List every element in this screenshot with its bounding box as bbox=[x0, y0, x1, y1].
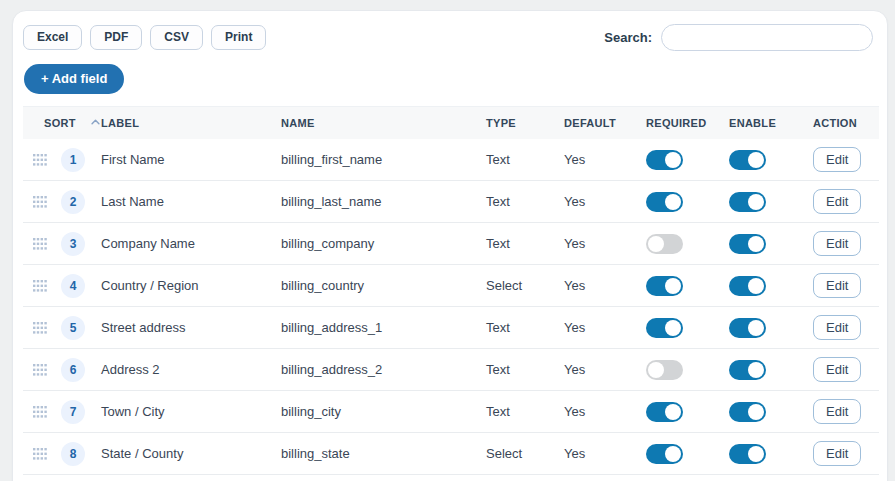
export-excel-button[interactable]: Excel bbox=[23, 25, 82, 50]
table-header-row: SORT LABEL NAME TYPE DEFAULT REQUIRED EN… bbox=[23, 106, 879, 139]
field-name: billing_city bbox=[281, 404, 486, 419]
required-toggle[interactable] bbox=[646, 234, 683, 254]
search-input[interactable] bbox=[661, 24, 873, 51]
sort-number: 7 bbox=[61, 400, 85, 424]
sort-number: 2 bbox=[61, 190, 85, 214]
column-header-required[interactable]: REQUIRED bbox=[646, 117, 729, 129]
toggle-knob bbox=[748, 194, 764, 210]
enable-toggle[interactable] bbox=[729, 150, 766, 170]
field-type: Select bbox=[486, 278, 564, 293]
table-row: 8 State / County billing_state Select Ye… bbox=[23, 433, 879, 475]
field-label: Street address bbox=[101, 320, 281, 335]
toggle-knob bbox=[665, 320, 681, 336]
toggle-knob bbox=[665, 152, 681, 168]
field-label: Last Name bbox=[101, 194, 281, 209]
edit-button[interactable]: Edit bbox=[813, 357, 861, 382]
enable-toggle[interactable] bbox=[729, 360, 766, 380]
toggle-knob bbox=[648, 236, 664, 252]
field-default: Yes bbox=[564, 194, 646, 209]
toggle-knob bbox=[665, 278, 681, 294]
enable-toggle[interactable] bbox=[729, 276, 766, 296]
edit-button[interactable]: Edit bbox=[813, 147, 861, 172]
drag-handle-icon[interactable] bbox=[31, 320, 49, 336]
drag-handle-icon[interactable] bbox=[31, 404, 49, 420]
required-toggle[interactable] bbox=[646, 444, 683, 464]
toggle-knob bbox=[748, 362, 764, 378]
field-type: Text bbox=[486, 236, 564, 251]
column-header-enable[interactable]: ENABLE bbox=[729, 117, 813, 129]
sort-number: 8 bbox=[61, 442, 85, 466]
required-toggle[interactable] bbox=[646, 402, 683, 422]
field-type: Text bbox=[486, 362, 564, 377]
edit-button[interactable]: Edit bbox=[813, 231, 861, 256]
field-name: billing_address_1 bbox=[281, 320, 486, 335]
field-type: Text bbox=[486, 320, 564, 335]
enable-toggle[interactable] bbox=[729, 402, 766, 422]
column-header-name[interactable]: NAME bbox=[281, 117, 486, 129]
field-default: Yes bbox=[564, 446, 646, 461]
column-header-default[interactable]: DEFAULT bbox=[564, 117, 646, 129]
toggle-knob bbox=[748, 278, 764, 294]
export-print-button[interactable]: Print bbox=[211, 25, 266, 50]
field-default: Yes bbox=[564, 320, 646, 335]
sort-number: 4 bbox=[61, 274, 85, 298]
column-header-sort[interactable]: SORT bbox=[31, 117, 101, 129]
drag-handle-icon[interactable] bbox=[31, 278, 49, 294]
add-field-button[interactable]: + Add field bbox=[24, 64, 124, 94]
edit-button[interactable]: Edit bbox=[813, 399, 861, 424]
field-label: Country / Region bbox=[101, 278, 281, 293]
edit-button[interactable]: Edit bbox=[813, 189, 861, 214]
required-toggle[interactable] bbox=[646, 318, 683, 338]
search-area: Search: bbox=[604, 24, 877, 51]
sort-number: 6 bbox=[61, 358, 85, 382]
toggle-knob bbox=[748, 404, 764, 420]
export-pdf-button[interactable]: PDF bbox=[90, 25, 142, 50]
drag-handle-icon[interactable] bbox=[31, 236, 49, 252]
table-row: 1 First Name billing_first_name Text Yes… bbox=[23, 139, 879, 181]
field-name: billing_country bbox=[281, 278, 486, 293]
enable-toggle[interactable] bbox=[729, 192, 766, 212]
field-label: Company Name bbox=[101, 236, 281, 251]
field-type: Select bbox=[486, 446, 564, 461]
toggle-knob bbox=[648, 362, 664, 378]
field-type: Text bbox=[486, 152, 564, 167]
drag-handle-icon[interactable] bbox=[31, 194, 49, 210]
field-label: Town / City bbox=[101, 404, 281, 419]
field-default: Yes bbox=[564, 278, 646, 293]
column-header-type[interactable]: TYPE bbox=[486, 117, 564, 129]
enable-toggle[interactable] bbox=[729, 444, 766, 464]
enable-toggle[interactable] bbox=[729, 318, 766, 338]
drag-handle-icon[interactable] bbox=[31, 362, 49, 378]
field-default: Yes bbox=[564, 362, 646, 377]
edit-button[interactable]: Edit bbox=[813, 441, 861, 466]
enable-toggle[interactable] bbox=[729, 234, 766, 254]
sort-number: 3 bbox=[61, 232, 85, 256]
sort-ascending-icon bbox=[91, 119, 100, 125]
required-toggle[interactable] bbox=[646, 360, 683, 380]
table-row: 5 Street address billing_address_1 Text … bbox=[23, 307, 879, 349]
checkout-fields-card: Excel PDF CSV Print Search: + Add field … bbox=[12, 10, 888, 481]
field-type: Text bbox=[486, 194, 564, 209]
drag-handle-icon[interactable] bbox=[31, 152, 49, 168]
field-label: First Name bbox=[101, 152, 281, 167]
export-csv-button[interactable]: CSV bbox=[150, 25, 203, 50]
column-header-action[interactable]: ACTION bbox=[813, 117, 879, 129]
edit-button[interactable]: Edit bbox=[813, 273, 861, 298]
search-label: Search: bbox=[604, 30, 652, 45]
column-header-label[interactable]: LABEL bbox=[101, 117, 281, 129]
drag-handle-icon[interactable] bbox=[31, 446, 49, 462]
required-toggle[interactable] bbox=[646, 276, 683, 296]
edit-button[interactable]: Edit bbox=[813, 315, 861, 340]
field-label: Address 2 bbox=[101, 362, 281, 377]
toggle-knob bbox=[748, 152, 764, 168]
required-toggle[interactable] bbox=[646, 192, 683, 212]
toggle-knob bbox=[665, 404, 681, 420]
table-body: 1 First Name billing_first_name Text Yes… bbox=[23, 139, 879, 475]
field-name: billing_last_name bbox=[281, 194, 486, 209]
required-toggle[interactable] bbox=[646, 150, 683, 170]
toggle-knob bbox=[665, 194, 681, 210]
toggle-knob bbox=[748, 320, 764, 336]
table-row: 6 Address 2 billing_address_2 Text Yes E… bbox=[23, 349, 879, 391]
toggle-knob bbox=[665, 446, 681, 462]
table-row: 7 Town / City billing_city Text Yes Edit bbox=[23, 391, 879, 433]
